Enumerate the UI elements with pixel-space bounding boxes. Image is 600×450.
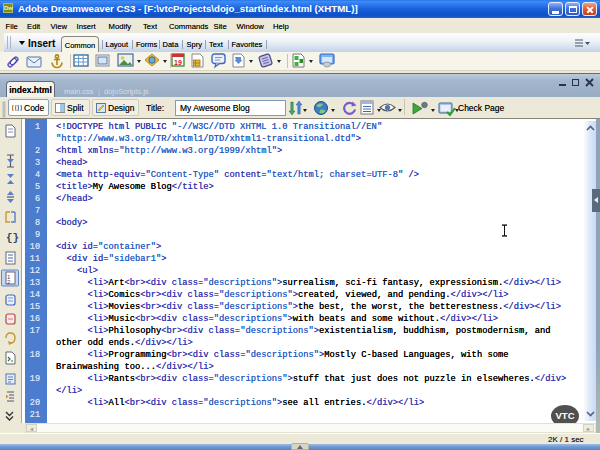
svg-text:{}: {} [6,232,19,244]
svg-text:19: 19 [174,59,182,66]
